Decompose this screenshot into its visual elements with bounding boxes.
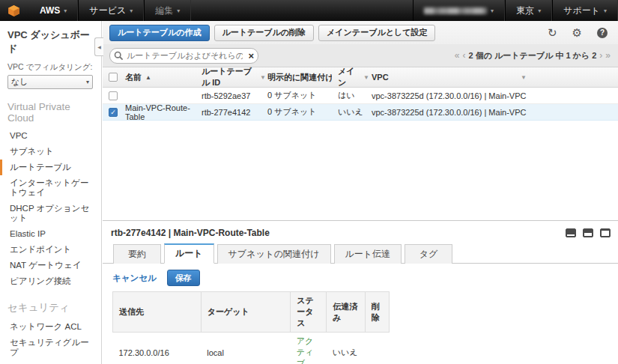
menu-edit-label: 編集 [155,4,173,17]
create-route-table-button[interactable]: ルートテーブルの作成 [109,25,210,41]
filter-row: × « ‹ 2 個の ルートテーブル 中 1 から 2 › » [103,44,618,67]
cell-vpc: vpc-3873225d (172.30.0.0/16) | Main-VPC [372,91,526,100]
routes-col-remove: 削除 [366,292,390,333]
cell-name: Main-VPC-Route-Table [125,103,200,121]
routes-col-destination: 送信先 [113,292,202,333]
routes-col-status: ステータス [291,292,327,333]
table-row-selected[interactable]: ✓ Main-VPC-Route-Table rtb-277e4142 0 サブ… [103,104,618,121]
sidebar-title: VPC ダッシュボード [7,28,95,55]
save-button[interactable]: 保存 [167,270,200,286]
sidebar-item-internet-gateways[interactable]: インターネットゲートウェイ [0,175,95,201]
help-icon[interactable]: ? [597,28,608,38]
cell-explicit: 0 サブネット [267,90,316,101]
tab-tags[interactable]: タグ [405,244,452,264]
pane-layout-medium-icon[interactable] [583,228,593,237]
chevron-down-icon: ▾ [64,7,67,14]
sidebar-item-elastic-ip[interactable]: Elastic IP [0,226,95,242]
chevron-down-icon: ▾ [604,7,607,14]
cell-main: いいえ [338,106,363,118]
sidebar-item-dhcp-options[interactable]: DHCP オプションセット [0,201,95,226]
sidebar-item-route-tables[interactable]: ルートテーブル [0,160,95,175]
menu-services-label: サービス [89,4,126,17]
sidebar-item-subnets[interactable]: サブネット [0,144,95,160]
routes-table: 送信先 ターゲット ステータス 伝達済み 削除 172.30.0.0/16 lo… [112,291,390,364]
col-id-label[interactable]: ルートテーブル ID [202,66,257,88]
set-main-table-button[interactable]: メインテーブルとして設定 [318,25,435,41]
chevron-down-icon: ▾ [86,79,89,85]
chevron-down-icon[interactable]: ▼ [363,74,369,81]
cell-vpc: vpc-3873225d (172.30.0.0/16) | Main-VPC [372,108,526,117]
pane-layout-small-icon[interactable] [566,228,576,237]
sidebar-item-nat-gateways[interactable]: NAT ゲートウェイ [0,258,95,273]
cell-explicit: 0 サブネット [267,106,316,118]
col-explicit-label[interactable]: 明示的に関連付けら [267,72,332,83]
route-target: local [201,333,291,364]
search-input[interactable] [127,51,243,60]
tab-route-propagation[interactable]: ルート伝達 [334,244,402,264]
detail-tabs: 要約 ルート サブネットの関連付け ルート伝達 タグ [103,243,618,264]
sidebar-item-network-acl[interactable]: ネットワーク ACL [0,319,95,335]
toolbar: ルートテーブルの作成 ルートテーブルの削除 メインテーブルとして設定 ↻ ⚙ ? [103,21,618,44]
route-status: アクティブ [291,333,327,364]
support-label: サポート [563,4,600,17]
route-row: 172.30.0.0/16 local アクティブ いいえ [113,333,390,364]
clear-search-icon[interactable]: × [248,50,254,61]
routes-col-propagated: 伝達済み [327,292,366,333]
top-nav-bar: AWS ▾ サービス ▾ 編集 ▾ ▾ 東京 ▾ サポート ▾ [0,0,618,21]
tab-summary[interactable]: 要約 [113,244,161,264]
chevron-down-icon[interactable]: ▼ [521,74,527,81]
user-menu[interactable]: ▾ [413,0,505,21]
cancel-link[interactable]: キャンセル [112,273,157,284]
sidebar-item-security-groups[interactable]: セキュリティグループ [0,335,95,360]
menu-edit[interactable]: 編集 ▾ [144,0,191,21]
pagination-text: 2 個の ルートテーブル 中 1 から 2 [469,50,597,61]
detail-title: rtb-277e4142 | Main-VPC-Route-Table [111,228,270,238]
aws-logo[interactable] [0,0,29,21]
search-box[interactable]: × [109,48,258,64]
sidebar-collapse-button[interactable]: ◀ [94,37,103,56]
sidebar: VPC ダッシュボード VPC でフィルタリング: なし ▾ Virtual P… [0,21,102,364]
aws-cube-icon [7,4,20,17]
row-checkbox-checked[interactable]: ✓ [109,108,118,117]
delete-route-table-button[interactable]: ルートテーブルの削除 [214,25,315,41]
vpc-filter-label: VPC でフィルタリング: [7,62,95,73]
select-all-checkbox[interactable] [109,73,118,82]
refresh-icon[interactable]: ↻ [548,27,557,38]
sidebar-item-endpoints[interactable]: エンドポイント [0,242,95,258]
detail-panel: rtb-277e4142 | Main-VPC-Route-Table 要約 ル… [103,220,618,364]
support-menu[interactable]: サポート ▾ [552,0,618,21]
sidebar-item-vpc[interactable]: VPC [0,128,95,144]
tab-routes[interactable]: ルート [164,243,214,264]
col-name-label[interactable]: 名前 [125,72,142,83]
cell-id: rtb-5292ae37 [202,91,250,100]
menu-services[interactable]: サービス ▾ [78,0,144,21]
gear-icon[interactable]: ⚙ [572,27,582,38]
next-page-icon[interactable]: › [599,50,602,61]
chevron-down-icon[interactable]: ▼ [260,74,266,81]
cell-main: はい [338,90,355,101]
col-vpc-label[interactable]: VPC [372,73,389,82]
region-menu[interactable]: 東京 ▾ [505,0,552,21]
chevron-down-icon: ▾ [491,7,494,14]
sidebar-item-peering[interactable]: ピアリング接続 [0,273,95,289]
pagination: « ‹ 2 個の ルートテーブル 中 1 から 2 › » [455,50,611,61]
first-page-icon[interactable]: « [455,50,460,61]
pane-layout-large-icon[interactable] [600,228,611,237]
col-main-label[interactable]: メイン [338,66,360,88]
route-destination: 172.30.0.0/16 [113,333,202,364]
user-name-redacted [424,7,487,14]
last-page-icon[interactable]: » [605,50,611,61]
route-tables-header: 名前 ▲ ルートテーブル ID ▼ 明示的に関連付けら ▼ メイン ▼ VPC … [103,67,618,88]
region-label: 東京 [516,4,534,17]
table-row[interactable]: rtb-5292ae37 0 サブネット はい vpc-3873225d (17… [103,88,618,104]
menu-aws-label: AWS [40,5,60,16]
prev-page-icon[interactable]: ‹ [463,50,466,61]
chevron-down-icon: ▾ [130,7,133,14]
routes-col-target: ターゲット [201,292,291,333]
menu-aws[interactable]: AWS ▾ [29,0,78,21]
main-content: ルートテーブルの作成 ルートテーブルの削除 メインテーブルとして設定 ↻ ⚙ ?… [103,21,618,364]
row-checkbox[interactable] [109,91,118,100]
tab-subnet-associations[interactable]: サブネットの関連付け [217,244,331,264]
sort-asc-icon[interactable]: ▲ [145,74,151,81]
vpc-filter-select[interactable]: なし ▾ [7,75,93,89]
